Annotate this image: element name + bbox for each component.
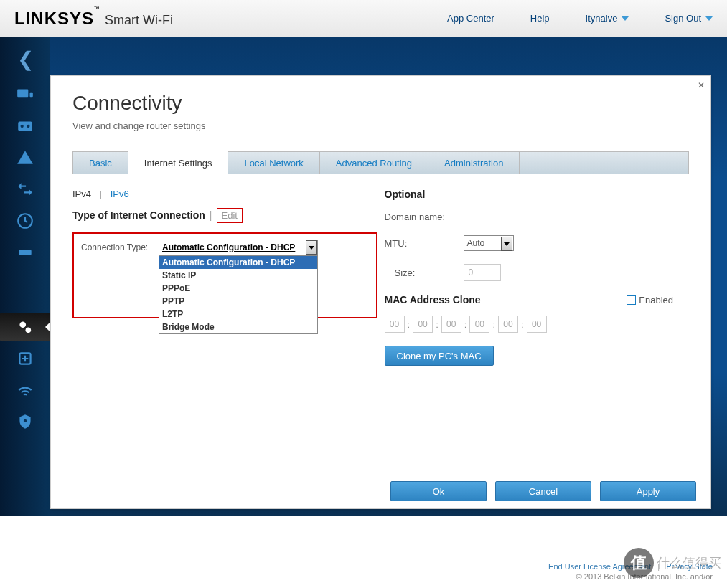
option-pppoe[interactable]: PPPoE	[159, 282, 317, 295]
mac-address-inputs: : : : : :	[385, 316, 690, 333]
svg-rect-1	[30, 93, 33, 98]
back-button[interactable]: ❮	[11, 44, 39, 73]
option-pptp[interactable]: PPTP	[159, 295, 317, 308]
transfer-icon[interactable]	[4, 175, 47, 204]
dropdown-button[interactable]	[501, 237, 512, 251]
domain-name-label: Domain name:	[385, 212, 464, 222]
media-icon[interactable]	[4, 112, 47, 141]
connection-section-title: Type of Internet Connection|Edit	[72, 209, 377, 221]
connection-type-input[interactable]	[159, 240, 318, 255]
option-bridge[interactable]: Bridge Mode	[159, 321, 317, 333]
wireless-icon[interactable]	[4, 376, 47, 404]
svg-point-10	[24, 419, 27, 422]
logo: LINKSYS™ Smart Wi-Fi	[14, 9, 173, 29]
option-l2tp[interactable]: L2TP	[159, 308, 317, 321]
mac-octet-2[interactable]	[413, 316, 433, 333]
svg-rect-2	[18, 122, 32, 131]
warning-icon[interactable]	[4, 143, 47, 172]
connection-type-select[interactable]: Automatic Configuration - DHCP Static IP…	[159, 240, 318, 255]
sidebar: ❮	[0, 37, 50, 516]
svg-point-7	[19, 321, 26, 328]
user-menu[interactable]: Itynaive	[586, 13, 629, 24]
tab-internet-settings[interactable]: Internet Settings	[128, 151, 229, 174]
apply-button[interactable]: Apply	[600, 481, 696, 501]
svg-point-4	[27, 125, 29, 128]
tab-bar: Basic Internet Settings Local Network Ad…	[72, 151, 689, 174]
edit-link[interactable]: Edit	[217, 208, 243, 223]
svg-point-3	[21, 125, 24, 128]
watermark-text: 什么值得买	[657, 554, 721, 572]
mtu-label: MTU:	[385, 238, 464, 249]
size-input[interactable]	[464, 264, 501, 281]
sign-out-link[interactable]: Sign Out	[665, 13, 713, 24]
optional-section-title: Optional	[385, 189, 690, 200]
main-panel: ✕ Connectivity View and change router se…	[50, 75, 711, 509]
option-static[interactable]: Static IP	[159, 269, 317, 282]
mac-octet-4[interactable]	[469, 316, 489, 333]
page-title: Connectivity	[72, 92, 689, 115]
help-link[interactable]: Help	[530, 13, 550, 24]
mac-octet-5[interactable]	[498, 316, 518, 333]
enabled-label: Enabled	[639, 295, 673, 305]
content-area: IPv4 | IPv6 Type of Internet Connection|…	[51, 174, 710, 380]
chevron-down-icon	[622, 16, 629, 21]
svg-point-8	[26, 328, 32, 333]
tab-local-network[interactable]: Local Network	[228, 152, 319, 174]
dropdown-list: Automatic Configuration - DHCP Static IP…	[159, 255, 318, 334]
diagnostics-icon[interactable]	[4, 344, 47, 373]
enabled-checkbox[interactable]	[627, 295, 636, 305]
option-dhcp[interactable]: Automatic Configuration - DHCP	[159, 256, 317, 269]
watermark: 值 什么值得买	[624, 548, 721, 578]
settings-icon[interactable]	[0, 313, 50, 341]
action-buttons: Ok Cancel Apply	[390, 481, 696, 501]
close-icon[interactable]: ✕	[696, 80, 706, 90]
top-bar: LINKSYS™ Smart Wi-Fi App Center Help Ity…	[0, 0, 727, 37]
ok-button[interactable]: Ok	[390, 481, 487, 501]
left-column: IPv4 | IPv6 Type of Internet Connection|…	[72, 189, 377, 366]
mac-octet-3[interactable]	[441, 316, 461, 333]
page-subtitle: View and change router settings	[72, 120, 689, 131]
logo-text: LINKSYS™	[14, 9, 100, 29]
devices-icon[interactable]	[4, 80, 47, 109]
size-label: Size:	[385, 267, 464, 278]
app-center-link[interactable]: App Center	[447, 13, 494, 24]
dropdown-button[interactable]	[306, 240, 317, 255]
cancel-button[interactable]: Cancel	[495, 481, 591, 501]
panel-header: Connectivity View and change router sett…	[51, 76, 710, 140]
connection-type-box: Connection Type: Automatic Configuration…	[72, 232, 377, 318]
mtu-select[interactable]: Auto	[464, 235, 514, 251]
usb-icon[interactable]	[4, 238, 47, 267]
ip-version-tabs: IPv4 | IPv6	[72, 189, 377, 199]
mac-clone-title: MAC Address Clone	[385, 294, 481, 305]
chevron-down-icon	[705, 16, 713, 21]
security-icon[interactable]	[4, 407, 47, 436]
svg-rect-0	[17, 89, 28, 97]
right-column: Optional Domain name: MTU: Auto Size: MA…	[385, 189, 690, 366]
ipv6-tab[interactable]: IPv6	[111, 189, 129, 199]
logo-subtitle: Smart Wi-Fi	[105, 13, 173, 28]
svg-rect-6	[19, 250, 31, 255]
tab-administration[interactable]: Administration	[428, 152, 520, 174]
tab-advanced-routing[interactable]: Advanced Routing	[320, 152, 428, 174]
watermark-icon: 值	[624, 548, 654, 578]
mac-octet-1[interactable]	[385, 316, 405, 333]
tab-basic[interactable]: Basic	[73, 152, 128, 174]
clock-icon[interactable]	[4, 207, 47, 235]
connection-type-label: Connection Type:	[81, 240, 153, 252]
mac-octet-6[interactable]	[527, 316, 547, 333]
ipv4-tab[interactable]: IPv4	[72, 189, 91, 199]
clone-mac-button[interactable]: Clone my PC's MAC	[385, 346, 494, 366]
top-links: App Center Help Itynaive Sign Out	[447, 13, 713, 24]
